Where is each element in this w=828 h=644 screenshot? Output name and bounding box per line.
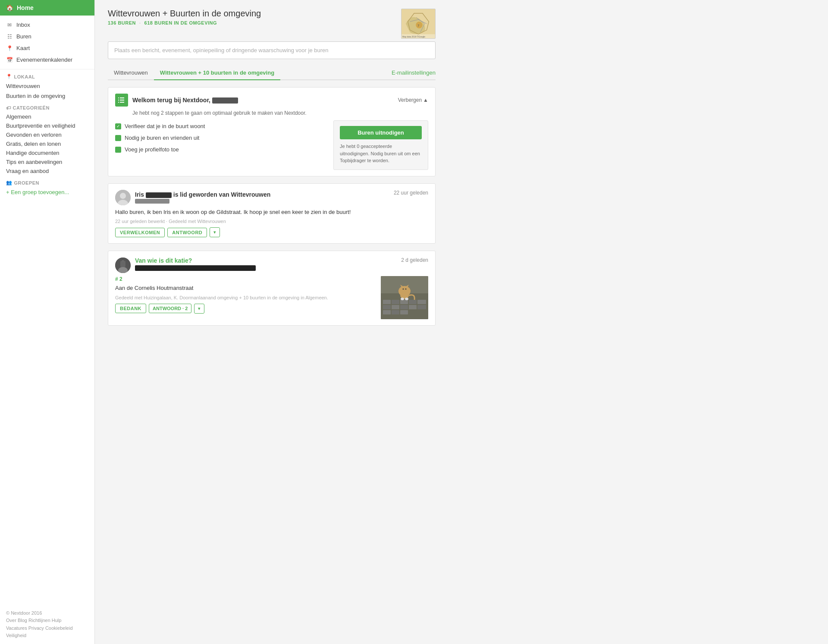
iris-subtitle-redacted: [135, 199, 169, 204]
cat-post-address: Aan de Cornelis Houtmanstraat: [115, 284, 376, 292]
categories-title: 🏷 CATEGORIEËN: [6, 105, 88, 110]
page-title: Wittevrouwen + Buurten in de omgeving: [108, 9, 261, 19]
welcome-content: ✓ Verifieer dat je in de buurt woont Nod…: [115, 120, 428, 170]
iris-post-header: Iris is lid geworden van Wittevrouwen 22…: [115, 190, 428, 205]
cat-post-content: # 2 Aan de Cornelis Houtmanstraat Gedeel…: [115, 276, 428, 319]
sidebar-link-buurten[interactable]: Buurten in de omgeving: [0, 91, 94, 101]
invite-box: Buren uitnodigen Je hebt 0 geaccepteerde…: [333, 120, 428, 170]
antwoord-iris-button[interactable]: ANTWOORD: [167, 228, 207, 237]
welcome-title: Welkom terug bij Nextdoor,: [132, 97, 238, 104]
cat-post-image: [381, 276, 428, 319]
sidebar-evenementen-label: Evenementenkalender: [16, 57, 72, 63]
iris-more-dropdown[interactable]: ▾: [210, 227, 220, 237]
sidebar-buren-label: Buren: [16, 33, 31, 40]
sidebar-cat-gevonden[interactable]: Gevonden en verloren: [0, 130, 94, 139]
svg-rect-21: [392, 300, 399, 304]
bedank-button[interactable]: BEDANK: [115, 304, 146, 313]
sidebar-footer: © Nextdoor 2016 Over Blog Richtlijnen Hu…: [0, 605, 94, 644]
svg-point-39: [403, 289, 404, 290]
sidebar-home-label: Home: [17, 4, 34, 11]
footer-link-privacy[interactable]: Privacy: [28, 625, 44, 631]
map-thumbnail[interactable]: 7 Map data 2016 ©Google: [401, 9, 436, 39]
sidebar-cat-buurtpreventie[interactable]: Buurtpreventie en veiligheid: [0, 121, 94, 130]
iris-post-time: 22 uur geleden: [394, 190, 428, 196]
cat-author-row: Van wie is dit katie?: [115, 257, 256, 273]
post-cat: Van wie is dit katie? 2 d geleden # 2 Aa…: [108, 251, 436, 326]
tag-icon: 🏷: [6, 105, 11, 110]
svg-rect-26: [392, 305, 399, 309]
lokaal-pin-icon: 📍: [6, 74, 13, 79]
tab-wittevrouwen[interactable]: Wittevrouwen: [108, 66, 154, 80]
cat-post-author-bar: [135, 265, 256, 271]
footer-links: Over Blog Richtlijnen Hulp: [6, 617, 88, 625]
step-box-photo: [115, 147, 121, 153]
welcome-card: Welkom terug bij Nextdoor, Verbergen ▲ J…: [108, 87, 436, 176]
antwoord-cat-button[interactable]: ANTWOORD · 2: [149, 304, 191, 313]
sidebar-cat-gratis[interactable]: Gratis, delen en lonen: [0, 139, 94, 148]
calendar-icon: 📅: [6, 57, 13, 63]
add-group-link[interactable]: + Een groep toevoegen...: [0, 187, 94, 197]
cat-post-number: # 2: [115, 276, 376, 282]
svg-rect-17: [120, 261, 125, 267]
svg-rect-27: [400, 305, 408, 309]
buren-icon: ☷: [6, 34, 13, 40]
svg-rect-28: [409, 305, 417, 309]
sidebar-inbox-label: Inbox: [16, 22, 30, 28]
footer-link-blog[interactable]: Blog: [18, 618, 27, 623]
footer-link-veiligheid[interactable]: Veiligheid: [6, 632, 88, 640]
lokaal-title: 📍 LOKAAL: [6, 74, 88, 79]
footer-link-cookiebeleid[interactable]: Cookiebeleid: [45, 625, 73, 631]
svg-rect-20: [383, 300, 391, 304]
welcome-header: Welkom terug bij Nextdoor, Verbergen ▲: [115, 94, 428, 107]
sidebar-cat-handige[interactable]: Handige documenten: [0, 148, 94, 157]
sidebar-cat-tips[interactable]: Tips en aanbevelingen: [0, 157, 94, 166]
footer-link-over[interactable]: Over: [6, 618, 16, 623]
hide-button[interactable]: Verbergen ▲: [398, 97, 428, 103]
sidebar-item-buren[interactable]: ☷ Buren: [0, 31, 94, 42]
footer-link-richtlijnen[interactable]: Richtlijnen: [28, 618, 50, 623]
svg-rect-7: [118, 100, 119, 101]
sidebar-item-kaart[interactable]: 📍 Kaart: [0, 42, 94, 54]
tab-wittevrouwen-buurten[interactable]: Wittevrouwen + 10 buurten in de omgeving: [154, 66, 280, 80]
stats-area: 618 BUREN IN DE OMGEVING: [144, 20, 217, 25]
list-icon: [115, 94, 128, 107]
svg-rect-23: [409, 300, 417, 304]
sidebar-cat-vraag[interactable]: Vraag en aanbod: [0, 166, 94, 176]
iris-post-meta: 22 uur geleden bewerkt · Gedeeld met Wit…: [115, 219, 428, 224]
cat-title-area: Van wie is dit katie?: [135, 257, 256, 273]
iris-post-actions: VERWELKOMEN ANTWOORD ▾: [115, 227, 428, 237]
svg-point-41: [401, 298, 404, 300]
step-invite: Nodig je buren en vrienden uit: [115, 132, 326, 144]
sidebar-groepen-section: 👥 GROEPEN: [0, 176, 94, 187]
cat-post-shared: Gedeeld met Huizingalaan, K. Doormanlaan…: [115, 295, 376, 300]
sidebar-lokaal-section: 📍 LOKAAL: [0, 69, 94, 81]
cat-post-text: # 2 Aan de Cornelis Houtmanstraat Gedeel…: [115, 276, 376, 319]
verwelkomen-button[interactable]: VERWELKOMEN: [115, 228, 165, 237]
step-box-invite: [115, 135, 121, 141]
step-check-verify: ✓: [115, 123, 121, 129]
sidebar-link-wittevrouwen[interactable]: Wittevrouwen: [0, 81, 94, 91]
sidebar-item-inbox[interactable]: ✉ Inbox: [0, 19, 94, 31]
svg-rect-29: [417, 305, 426, 309]
cat-post-title[interactable]: Van wie is dit katie?: [135, 257, 256, 264]
step-photo: Voeg je profielfoto toe: [115, 144, 326, 155]
iris-subtitle: [135, 198, 270, 204]
footer-link-vacatures[interactable]: Vacatures: [6, 625, 27, 631]
iris-avatar: [115, 190, 131, 205]
svg-rect-9: [118, 102, 119, 103]
groepen-title: 👥 GROEPEN: [6, 180, 88, 185]
groepen-icon: 👥: [6, 180, 13, 185]
svg-rect-30: [383, 310, 391, 314]
page-title-area: Wittevrouwen + Buurten in de omgeving 13…: [108, 9, 261, 32]
cat-more-dropdown[interactable]: ▾: [194, 304, 204, 314]
sidebar-nav: ✉ Inbox ☷ Buren 📍 Kaart 📅 Evenementenkal…: [0, 16, 94, 69]
email-settings-link[interactable]: E-mailinstellingen: [392, 66, 436, 79]
sidebar-kaart-label: Kaart: [16, 45, 30, 51]
sidebar-cat-algemeen[interactable]: Algemeen: [0, 112, 94, 121]
svg-rect-31: [392, 310, 399, 314]
sidebar-item-evenementen[interactable]: 📅 Evenementenkalender: [0, 54, 94, 66]
invite-button[interactable]: Buren uitnodigen: [340, 126, 422, 139]
message-input[interactable]: Plaats een bericht, evenement, opiniepei…: [108, 41, 436, 59]
sidebar-home-item[interactable]: 🏠 Home: [0, 0, 94, 16]
footer-link-hulp[interactable]: Hulp: [52, 618, 62, 623]
